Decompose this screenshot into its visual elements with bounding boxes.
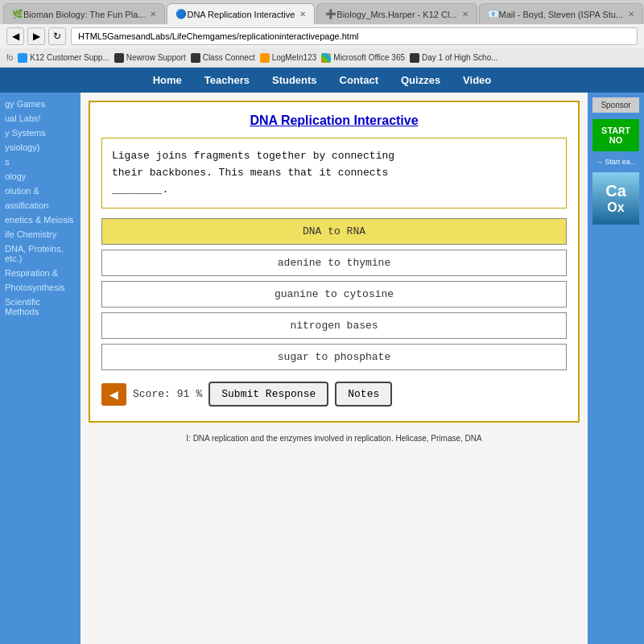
answer-option-4[interactable]: nitrogen bases xyxy=(101,312,567,339)
address-input[interactable] xyxy=(71,27,638,45)
sidebar-item-scientific[interactable]: Scientific Methods xyxy=(5,297,76,316)
sidebar-item-dna-proteins[interactable]: DNA, Proteins, etc.) xyxy=(5,244,76,263)
ca-box: Ca Ox xyxy=(592,172,639,225)
sidebar-item-s[interactable]: s xyxy=(5,157,76,167)
question-text: Ligase joins fragments together by conne… xyxy=(112,150,394,196)
question-box: Ligase joins fragments together by conne… xyxy=(101,138,567,208)
back-button[interactable]: ◀ xyxy=(101,383,126,406)
bookmark-logmein[interactable]: LogMeIn123 xyxy=(260,53,317,63)
ox-label: Ox xyxy=(596,200,636,215)
sidebar-item-ysiology[interactable]: ysiology) xyxy=(5,142,76,152)
bookmarks-bar: fo K12 Customer Supp... Newrow Support C… xyxy=(0,48,644,68)
start-ea-text: → Start ea... xyxy=(592,158,639,166)
tab-biology-icon: ➕ xyxy=(325,9,336,19)
nav-teachers[interactable]: Teachers xyxy=(193,71,261,89)
answer-option-2[interactable]: adenine to thymine xyxy=(101,250,567,276)
tab-mail-label: Mail - Boyd, Steven (ISPA Stu... xyxy=(499,10,623,19)
score-bar: ◀ Score: 91 % Submit Response Notes xyxy=(101,378,567,410)
bookmark-logmein-icon xyxy=(260,53,270,63)
tab-dna-icon: 🔵 xyxy=(175,9,187,19)
bookmark-logmein-label: LogMeIn123 xyxy=(272,53,317,62)
sidebar-item-ology[interactable]: ology xyxy=(5,171,76,181)
tab-bioman-icon: 🌿 xyxy=(12,9,23,19)
sidebar-item-respiration[interactable]: Respiration & xyxy=(5,268,76,278)
sidebar-item-assification[interactable]: assification xyxy=(5,200,76,210)
sidebar-item-gy-games[interactable]: gy Games xyxy=(5,99,76,109)
submit-button[interactable]: Submit Response xyxy=(208,382,328,407)
nav-buttons: ◀ ▶ ↻ xyxy=(6,27,66,45)
nav-students[interactable]: Students xyxy=(261,71,328,89)
nav-home[interactable]: Home xyxy=(142,71,193,89)
bookmark-k12-icon xyxy=(18,53,27,63)
ca-label: Ca xyxy=(596,182,636,200)
nav-video[interactable]: Video xyxy=(452,71,502,89)
tab-dna-close[interactable]: ✕ xyxy=(299,10,306,19)
sponsor-box: Sponsor xyxy=(592,97,639,113)
bookmark-class[interactable]: Class Connect xyxy=(191,53,255,63)
bookmark-k12-label: K12 Customer Supp... xyxy=(30,53,109,62)
bookmark-office-icon xyxy=(321,53,331,63)
score-value: 91 xyxy=(177,388,190,400)
sidebar-item-olution[interactable]: olution & xyxy=(5,186,76,196)
bookmark-newrow-label: Newrow Support xyxy=(126,53,186,62)
tab-bar: 🌿 Bioman Biology: The Fun Pla... ✕ 🔵 DNA… xyxy=(0,0,644,24)
main-area: DNA Replication Interactive Ligase joins… xyxy=(80,93,588,644)
tab-biology-label: Biology_Mrs.Harper - K12 Cl... xyxy=(336,10,456,19)
tab-biology-close[interactable]: ✕ xyxy=(462,10,469,19)
tab-mail-icon: 📧 xyxy=(488,9,499,19)
score-unit: % xyxy=(196,388,202,400)
answer-option-5[interactable]: sugar to phosphate xyxy=(101,344,567,370)
bookmark-office-label: Microsoft Office 365 xyxy=(333,53,405,62)
tab-mail[interactable]: 📧 Mail - Boyd, Steven (ISPA Stu... ✕ xyxy=(479,3,643,24)
bookmark-day1-label: Day 1 of High Scho... xyxy=(422,53,498,62)
right-sidebar: Sponsor START NO → Start ea... Ca Ox xyxy=(588,93,644,644)
bookmark-newrow[interactable]: Newrow Support xyxy=(114,53,186,63)
bookmark-newrow-icon xyxy=(114,53,124,63)
bookmark-office[interactable]: Microsoft Office 365 xyxy=(321,53,405,63)
quiz-title: DNA Replication Interactive xyxy=(101,114,567,128)
browser-chrome: 🌿 Bioman Biology: The Fun Pla... ✕ 🔵 DNA… xyxy=(0,0,644,68)
quiz-container: DNA Replication Interactive Ligase joins… xyxy=(89,101,580,423)
sidebar-item-y-systems[interactable]: y Systems xyxy=(5,128,76,138)
sidebar-item-life-chemistry[interactable]: ife Chemistry xyxy=(5,229,76,239)
bookmark-day1-icon xyxy=(410,53,419,63)
tab-bioman[interactable]: 🌿 Bioman Biology: The Fun Pla... ✕ xyxy=(3,3,165,24)
page-content: gy Games ual Labs! y Systems ysiology) s… xyxy=(0,93,644,644)
site-navigation: Home Teachers Students Contact Quizzes V… xyxy=(0,68,644,93)
sidebar-item-genetics[interactable]: enetics & Meiosis xyxy=(5,215,76,225)
nav-contact[interactable]: Contact xyxy=(328,71,390,89)
tab-bioman-label: Bioman Biology: The Fun Pla... xyxy=(23,10,145,19)
refresh-button[interactable]: ↻ xyxy=(48,27,66,45)
start-now-button[interactable]: START NO xyxy=(592,119,639,151)
bottom-text: I: DNA replication and the enzymes invol… xyxy=(80,431,588,446)
bookmark-k12[interactable]: K12 Customer Supp... xyxy=(18,53,109,63)
forward-nav-button[interactable]: ▶ xyxy=(27,27,45,45)
address-bar-row: ◀ ▶ ↻ xyxy=(0,24,644,48)
left-sidebar: gy Games ual Labs! y Systems ysiology) s… xyxy=(0,93,80,644)
tab-dna-label: DNA Replication Interactive xyxy=(187,10,295,19)
tab-dna[interactable]: 🔵 DNA Replication Interactive ✕ xyxy=(167,3,315,24)
tab-mail-close[interactable]: ✕ xyxy=(628,10,634,19)
back-nav-button[interactable]: ◀ xyxy=(6,27,24,45)
bookmark-class-icon xyxy=(191,53,200,63)
bookmark-class-label: Class Connect xyxy=(203,53,255,62)
sidebar-item-ual-labs[interactable]: ual Labs! xyxy=(5,114,76,123)
nav-quizzes[interactable]: Quizzes xyxy=(390,71,452,89)
answer-option-3[interactable]: guanine to cytosine xyxy=(101,281,567,308)
score-label: Score: xyxy=(133,388,171,400)
tab-bioman-close[interactable]: ✕ xyxy=(150,10,156,19)
sidebar-item-photosynthesis[interactable]: Photosynthesis xyxy=(5,283,76,292)
bookmark-day1[interactable]: Day 1 of High Scho... xyxy=(410,53,498,63)
notes-button[interactable]: Notes xyxy=(335,382,392,407)
tab-biology[interactable]: ➕ Biology_Mrs.Harper - K12 Cl... ✕ xyxy=(316,3,477,24)
bookmarks-info: fo xyxy=(6,53,13,62)
main-content: DNA Replication Interactive Ligase joins… xyxy=(80,93,588,644)
answer-option-1[interactable]: DNA to RNA xyxy=(101,218,567,245)
